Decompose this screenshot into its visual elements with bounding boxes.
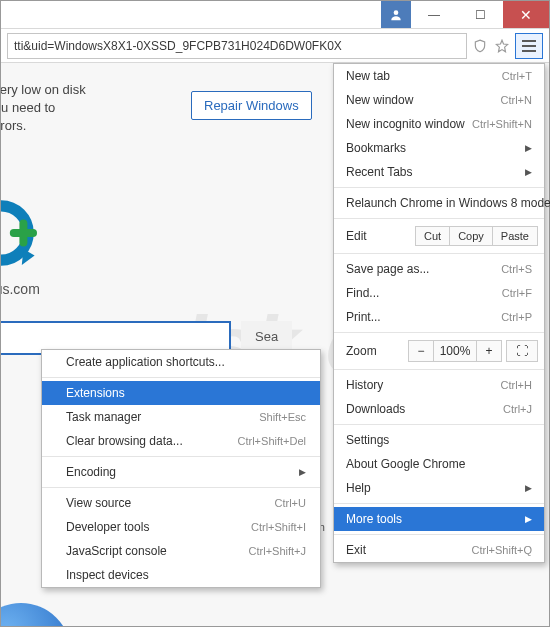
menu-zoom-label: Zoom <box>346 344 409 358</box>
edit-copy-button[interactable]: Copy <box>449 226 493 246</box>
chrome-menu-button[interactable] <box>515 33 543 59</box>
submenu-clear-browsing-data[interactable]: Clear browsing data...Ctrl+Shift+Del <box>42 429 320 453</box>
zoom-in-button[interactable]: + <box>476 340 502 362</box>
menu-separator <box>42 487 320 488</box>
menu-help[interactable]: Help▶ <box>334 476 544 500</box>
menu-settings[interactable]: Settings <box>334 428 544 452</box>
menu-separator <box>42 377 320 378</box>
blue-sphere-icon <box>1 603 71 626</box>
menu-about-chrome[interactable]: About Google Chrome <box>334 452 544 476</box>
menu-separator <box>334 503 544 504</box>
menu-incognito[interactable]: New incognito windowCtrl+Shift+N <box>334 112 544 136</box>
url-text: tti&uid=WindowsX8X1-0XSSD_9FCPB731H024D6… <box>14 39 342 53</box>
edit-paste-button[interactable]: Paste <box>492 226 538 246</box>
zoom-value: 100% <box>433 340 477 362</box>
more-tools-submenu: Create application shortcuts... Extensio… <box>41 349 321 588</box>
menu-save-page-as[interactable]: Save page as...Ctrl+S <box>334 257 544 281</box>
menu-separator <box>334 369 544 370</box>
chevron-right-icon: ▶ <box>525 483 532 493</box>
chevron-right-icon: ▶ <box>525 143 532 153</box>
menu-recent-tabs[interactable]: Recent Tabs▶ <box>334 160 544 184</box>
menu-relaunch-win8[interactable]: Relaunch Chrome in Windows 8 mode <box>334 191 544 215</box>
menu-find[interactable]: Find...Ctrl+F <box>334 281 544 305</box>
menu-new-tab[interactable]: New tabCtrl+T <box>334 64 544 88</box>
submenu-javascript-console[interactable]: JavaScript consoleCtrl+Shift+J <box>42 539 320 563</box>
menu-edit-row: Edit Cut Copy Paste <box>334 222 544 250</box>
chevron-right-icon: ▶ <box>525 514 532 524</box>
window-titlebar: — ☐ ✕ <box>1 1 549 29</box>
search-button[interactable]: Sea <box>241 321 292 352</box>
svg-point-0 <box>394 10 399 15</box>
chevron-right-icon: ▶ <box>525 167 532 177</box>
menu-more-tools[interactable]: More tools▶ <box>334 507 544 531</box>
chrome-main-menu: New tabCtrl+T New windowCtrl+N New incog… <box>333 63 545 563</box>
submenu-task-manager[interactable]: Task managerShift+Esc <box>42 405 320 429</box>
shield-icon[interactable] <box>471 37 489 55</box>
menu-separator <box>334 253 544 254</box>
star-icon[interactable] <box>493 37 511 55</box>
toolbar: tti&uid=WindowsX8X1-0XSSD_9FCPB731H024D6… <box>1 29 549 63</box>
submenu-developer-tools[interactable]: Developer toolsCtrl+Shift+I <box>42 515 320 539</box>
repair-windows-button[interactable]: Repair Windows <box>191 91 312 120</box>
menu-exit[interactable]: ExitCtrl+Shift+Q <box>334 538 544 562</box>
menu-downloads[interactable]: DownloadsCtrl+J <box>334 397 544 421</box>
menu-separator <box>334 332 544 333</box>
submenu-inspect-devices[interactable]: Inspect devices <box>42 563 320 587</box>
submenu-encoding[interactable]: Encoding▶ <box>42 460 320 484</box>
menu-separator <box>334 218 544 219</box>
menu-separator <box>42 456 320 457</box>
menu-edit-label: Edit <box>346 229 416 243</box>
address-bar[interactable]: tti&uid=WindowsX8X1-0XSSD_9FCPB731H024D6… <box>7 33 467 59</box>
menu-print[interactable]: Print...Ctrl+P <box>334 305 544 329</box>
window-minimize-button[interactable]: — <box>411 1 457 28</box>
window-maximize-button[interactable]: ☐ <box>457 1 503 28</box>
site-logo-icon <box>1 193 41 273</box>
site-name: 0miga-plus.com <box>1 281 40 297</box>
menu-separator <box>334 187 544 188</box>
menu-bookmarks[interactable]: Bookmarks▶ <box>334 136 544 160</box>
edit-cut-button[interactable]: Cut <box>415 226 450 246</box>
menu-separator <box>334 424 544 425</box>
menu-zoom-row: Zoom − 100% + ⛶ <box>334 336 544 366</box>
fullscreen-button[interactable]: ⛶ <box>506 340 538 362</box>
window-close-button[interactable]: ✕ <box>503 1 549 28</box>
submenu-extensions[interactable]: Extensions <box>42 381 320 405</box>
submenu-view-source[interactable]: View sourceCtrl+U <box>42 491 320 515</box>
zoom-out-button[interactable]: − <box>408 340 434 362</box>
hamburger-icon <box>522 40 536 52</box>
submenu-create-shortcuts[interactable]: Create application shortcuts... <box>42 350 320 374</box>
menu-separator <box>334 534 544 535</box>
menu-history[interactable]: HistoryCtrl+H <box>334 373 544 397</box>
chrome-signin-button[interactable] <box>381 1 411 28</box>
menu-new-window[interactable]: New windowCtrl+N <box>334 88 544 112</box>
browser-window: — ☐ ✕ tti&uid=WindowsX8X1-0XSSD_9FCPB731… <box>0 0 550 627</box>
chevron-right-icon: ▶ <box>299 467 306 477</box>
